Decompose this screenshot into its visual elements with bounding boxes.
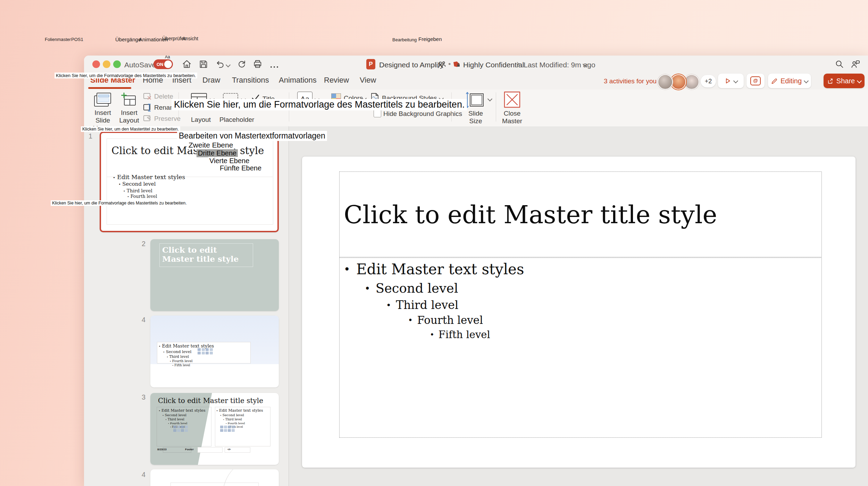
editing-chevron-icon — [804, 78, 809, 83]
slide-size-dropdown[interactable]: SlideSize — [465, 110, 486, 125]
screen: { "floating": { "folienmaster": "Folienm… — [0, 0, 868, 486]
avatar-overflow-badge[interactable]: +2 — [701, 75, 716, 87]
thumbnail-number: 4 — [142, 316, 145, 324]
avatar[interactable] — [671, 74, 686, 90]
ribbon: Insert SlideMaster InsertLayout Delete R… — [84, 90, 868, 127]
share-feedback-icon[interactable] — [851, 59, 860, 69]
thumbnail-layout-partial[interactable] — [150, 469, 279, 486]
print-icon[interactable] — [253, 59, 262, 69]
titlebar: AutoSave Aa ON P Designed to Amplify • H… — [84, 56, 868, 73]
slide-size-chevron-icon[interactable] — [487, 97, 492, 101]
thumbnail-number: 4 — [142, 471, 145, 479]
tab-view[interactable]: View — [360, 76, 376, 85]
layout-dropdown[interactable]: Layout — [191, 116, 211, 124]
minimize-window-button[interactable] — [103, 60, 110, 68]
footer-label: Footer — [185, 448, 194, 451]
share-button[interactable]: Share — [824, 74, 865, 88]
save-icon[interactable] — [199, 59, 208, 69]
play-chevron-icon — [733, 78, 738, 83]
thumbnail-title: Click to edit Master title style — [158, 396, 263, 405]
thumbnail-layout-two-content[interactable]: Click to edit Master title style Edit Ma… — [150, 393, 279, 465]
floating-label-pos1: POS1 — [71, 37, 83, 42]
content-placeholder-icons — [198, 348, 213, 354]
close-master-button[interactable]: CloseMaster — [501, 110, 524, 125]
autosave-toggle[interactable]: ON — [153, 59, 173, 69]
body-placeholder[interactable]: Edit Master text styles Second level Thi… — [339, 257, 822, 438]
share-label: Share — [836, 77, 855, 85]
comment-at-icon: @ — [750, 76, 761, 85]
editing-label: Editing — [781, 77, 802, 85]
floating-label-bearbeitung: Bearbeitung — [392, 37, 417, 42]
tab-animations[interactable]: Animations — [279, 76, 317, 85]
document-title[interactable]: Designed to Amplify — [379, 61, 444, 69]
insert-layout-icon — [121, 92, 137, 110]
thumbnail-layout-title[interactable]: Click to edit Master title style — [150, 239, 279, 311]
delete-icon — [143, 92, 152, 102]
slide-master-editor[interactable]: Click to edit Master title style Edit Ma… — [302, 157, 856, 468]
home-icon[interactable] — [182, 59, 192, 69]
sensitivity-label[interactable]: Highly Confidential — [463, 61, 524, 69]
share-icon — [827, 78, 834, 84]
footer-date: 8/23/23 — [157, 448, 167, 451]
slide-editor-canvas: Click to edit Master title style Edit Ma… — [289, 126, 868, 486]
undo-icon[interactable] — [215, 59, 225, 69]
tab-transitions[interactable]: Transitions — [232, 76, 269, 85]
ribbon-tab-row: Slide Master Home Insert Draw Transition… — [84, 73, 868, 90]
floating-label-ansicht: Ansicht — [182, 36, 198, 41]
master-text-german-label: Bearbeiten von Mastertextformatvorlagen — [177, 131, 327, 141]
autosave-label: AutoSave — [124, 61, 156, 69]
close-master-icon — [503, 91, 521, 110]
thumbnail-number: 2 — [142, 240, 145, 248]
slide-size-icon — [465, 91, 485, 111]
floating-label-uebergaenge: Übergänge — [115, 36, 141, 42]
more-options-icon[interactable] — [269, 64, 279, 70]
presence-people-icon[interactable] — [437, 60, 446, 70]
avatar[interactable] — [684, 74, 699, 90]
preserve-icon — [143, 115, 152, 124]
floating-label-freigeben: Freigeben — [418, 36, 442, 42]
thumbnail-number: 1 — [89, 132, 92, 140]
thumbnail-number: 3 — [142, 393, 145, 401]
redo-icon[interactable] — [237, 59, 247, 69]
undo-chevron-icon[interactable] — [226, 62, 231, 67]
title-placeholder[interactable]: Click to edit Master title style — [339, 171, 822, 258]
hide-background-graphics-checkbox[interactable] — [374, 110, 381, 117]
floating-label-folienmaster: Folienmaster — [45, 37, 71, 42]
editing-mode-button[interactable]: Editing — [768, 74, 811, 88]
active-tab-underline — [88, 87, 131, 89]
autosave-toggle-knob — [164, 60, 172, 68]
hide-background-graphics-label[interactable]: Hide Background Graphics — [383, 110, 462, 118]
tab-draw[interactable]: Draw — [202, 76, 220, 85]
sensitivity-lock-icon — [453, 60, 461, 68]
thumbnail-german-tooltip: Klicken Sie hier, um die Formatvorlage d… — [51, 200, 188, 206]
thumbnail-layout-content[interactable]: Edit Master text styles Second level Thi… — [150, 316, 279, 387]
master-body-text: Edit Master text styles Second level Thi… — [340, 257, 821, 341]
ribbon-german-tooltip: Klicken Sie hier, um die Formatvorlage d… — [172, 99, 467, 110]
master-title-text: Click to edit Master title style — [340, 200, 717, 229]
comments-button[interactable]: @ — [746, 74, 765, 88]
tab-row-german-tooltip: Klicken Sie hier, um die Formatvorlage d… — [55, 73, 197, 78]
powerpoint-app-icon: P — [366, 59, 375, 69]
zoom-window-button[interactable] — [113, 60, 121, 68]
play-slideshow-button[interactable] — [718, 74, 744, 88]
fourth-level-german-label: Vierte Ebene — [208, 157, 250, 165]
tab-review[interactable]: Review — [324, 76, 349, 85]
preserve-button: Preserve — [154, 115, 181, 123]
pencil-icon — [771, 78, 778, 84]
second-level-german-label: Zweite Ebene — [187, 141, 234, 149]
placeholder-dropdown[interactable]: Placeholder — [219, 116, 254, 124]
content-placeholder-icons — [220, 426, 233, 432]
content-placeholder-icons — [173, 426, 186, 432]
insert-slide-master-icon — [93, 92, 112, 110]
powerpoint-window: AutoSave Aa ON P Designed to Amplify • H… — [84, 56, 868, 486]
avatar[interactable] — [658, 74, 673, 90]
insert-layout-button[interactable]: InsertLayout — [119, 109, 140, 125]
autosave-toggle-state: ON — [157, 62, 164, 67]
statusbar-german-tooltip: Klicken Sie hier, um den Mastertitel zu … — [81, 126, 180, 132]
search-icon[interactable] — [835, 59, 844, 69]
activities-label[interactable]: 3 activities for you — [604, 77, 657, 85]
thumbnail-title: Click to edit Master title style — [162, 245, 250, 264]
third-level-german-label: Dritte Ebene — [197, 149, 238, 157]
close-window-button[interactable] — [92, 60, 100, 68]
thumbnail-bullets: Edit Master text styles Second level Thi… — [159, 343, 214, 367]
